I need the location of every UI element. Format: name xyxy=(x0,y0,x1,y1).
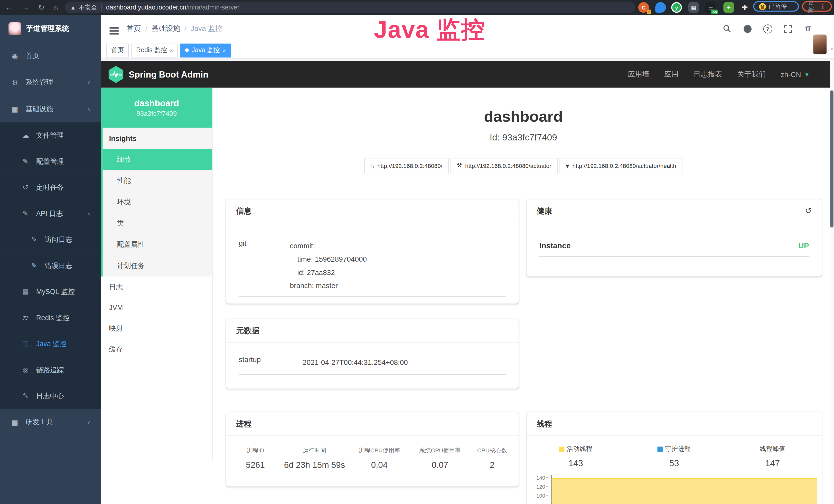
url-host: dashboard.yudao.iocoder.cn xyxy=(106,4,186,11)
close-icon[interactable]: × xyxy=(222,47,226,53)
sidebar-item-dev-tools[interactable]: ▦ 研发工具 ∨ xyxy=(0,409,101,435)
address-bar[interactable]: ▲ 不安全 dashboard.yudao.iocoder.cn/infra/a… xyxy=(65,2,635,13)
scrollbar-track[interactable] xyxy=(830,61,834,504)
help-icon[interactable]: ? xyxy=(763,24,772,33)
header-actions: ? tT xyxy=(722,15,813,43)
sidebar-item-log-center[interactable]: ✎ 日志中心 xyxy=(0,383,101,409)
tab-java-monitor[interactable]: Java 监控 × xyxy=(180,43,231,57)
sba-menu-item-caches[interactable]: 缓存 xyxy=(101,339,212,360)
cloud-upload-icon: ☁ xyxy=(21,131,30,139)
log-icon: ✎ xyxy=(30,235,38,244)
tab-home[interactable]: 首页 xyxy=(106,43,129,57)
breadcrumb-separator: / xyxy=(145,25,147,32)
hamburger-icon[interactable] xyxy=(110,27,119,28)
chevron-up-icon: ∧ xyxy=(87,106,90,112)
sba-menu-item-mappings[interactable]: 映射 xyxy=(101,318,212,339)
font-size-icon[interactable]: tT xyxy=(803,24,813,33)
info-card-title: 信息 xyxy=(236,206,251,216)
on-badge: on xyxy=(711,9,718,15)
info-row-label: git xyxy=(239,239,290,293)
sba-menu-item-config-props[interactable]: 配置属性 xyxy=(103,234,213,255)
sba-locale-select[interactable]: zh-CN ▼ xyxy=(781,70,810,78)
sba-menu-item-scheduled-tasks[interactable]: 计划任务 xyxy=(103,255,213,276)
sba-menu-item-logs[interactable]: 日志 xyxy=(101,276,212,297)
home-icon: ⌂ xyxy=(371,162,374,169)
chrome-update-button[interactable]: 更新 ⋮ xyxy=(802,1,832,12)
extension-leaf-icon[interactable]: ✦ xyxy=(723,2,734,13)
sba-nav-journal[interactable]: 日志报表 xyxy=(694,70,722,79)
back-icon[interactable]: ← xyxy=(5,3,13,12)
process-table: 进程ID5261 运行时间6d 23h 15m 59s 进程CPU使用率0.04… xyxy=(226,446,519,470)
sidebar-item-java-monitor[interactable]: ▥ Java 监控 xyxy=(0,331,101,357)
sba-menu-item-jvm[interactable]: JVM xyxy=(101,297,212,318)
sba-nav-about[interactable]: 关于我们 xyxy=(737,70,766,79)
chevron-down-icon: ∨ xyxy=(87,419,90,425)
sidebar-item-scheduled-tasks[interactable]: ↺ 定时任务 xyxy=(0,174,101,200)
daemon-threads-value: 53 xyxy=(670,458,679,468)
scrollbar-thumb[interactable] xyxy=(830,90,833,228)
sidebar-item-tracing[interactable]: ◎ 链路追踪 xyxy=(0,357,101,383)
java-monitor-icon: ▥ xyxy=(21,340,30,348)
gap-strip xyxy=(101,59,834,61)
health-url-button[interactable]: ♥ http://192.168.0.2:48080/actuator/heal… xyxy=(559,158,683,173)
sidebar-item-home[interactable]: ◉ 首页 xyxy=(0,43,101,69)
sidebar-item-api-log[interactable]: ✎ API 日志 ∧ xyxy=(0,201,101,226)
process-card: 进程 进程ID5261 运行时间6d 23h 15m 59s 进程CPU使用率0… xyxy=(226,412,519,486)
app-logo[interactable]: 芋道管理系统 xyxy=(0,15,101,43)
sidebar-item-config-manage[interactable]: ✎ 配置管理 xyxy=(0,148,101,174)
extension-y-icon[interactable]: y xyxy=(671,2,682,13)
sidebar-item-infrastructure[interactable]: ▣ 基础设施 ∧ xyxy=(0,96,101,122)
close-icon[interactable]: × xyxy=(170,47,173,53)
fullscreen-icon[interactable] xyxy=(783,24,792,33)
forward-icon[interactable]: → xyxy=(22,3,29,12)
paused-label: 已暂停 xyxy=(768,2,787,10)
sba-menu-item-metrics[interactable]: 性能 xyxy=(103,170,213,191)
breadcrumb-home[interactable]: 首页 xyxy=(127,24,141,33)
user-avatar[interactable] xyxy=(813,35,827,54)
security-label[interactable]: 不安全 xyxy=(79,3,97,11)
sba-instance-header[interactable]: dashboard 93a3fc7f7409 xyxy=(101,88,212,128)
sidebar-item-error-log[interactable]: ✎ 错误日志 xyxy=(0,253,101,279)
actuator-url-button[interactable]: ⚒ http://192.168.0.2:48080/actuator xyxy=(450,158,557,173)
sba-menu-item-environment[interactable]: 环境 xyxy=(103,191,213,212)
endpoint-buttons: ⌂ http://192.168.0.2:48080/ ⚒ http://192… xyxy=(213,158,834,173)
extension-pin-icon[interactable] xyxy=(655,2,666,13)
sba-nav-wallboard[interactable]: 应用墙 xyxy=(628,70,649,79)
reload-icon[interactable]: ↻ xyxy=(38,3,44,12)
sba-menu-item-classes[interactable]: 类 xyxy=(103,212,213,234)
edit-icon: ✎ xyxy=(21,157,30,165)
sidebar-item-system[interactable]: ⚙ 系统管理 ∨ xyxy=(0,69,101,96)
info-row-value: commit: time: 1596289704000 id: 27aa832 … xyxy=(290,239,506,293)
sba-menu-item-details[interactable]: 细节 xyxy=(103,149,213,170)
github-icon[interactable] xyxy=(743,24,752,33)
wrench-icon: ⚒ xyxy=(457,162,462,169)
sba-menu-insights[interactable]: Insights xyxy=(103,128,213,149)
puzzle-extensions-icon[interactable]: ✚ xyxy=(739,2,750,13)
sba-brand[interactable]: Spring Boot Admin xyxy=(108,66,208,83)
process-card-title: 进程 xyxy=(236,419,251,429)
history-icon[interactable]: ↺ xyxy=(805,206,812,216)
sidebar-item-mysql-monitor[interactable]: ▤ MySQL 监控 xyxy=(0,279,101,304)
extension-list-icon[interactable]: ☰on xyxy=(705,2,716,13)
active-threads-swatch xyxy=(559,446,565,452)
search-icon[interactable] xyxy=(722,24,732,33)
extension-icon-c[interactable]: C1 xyxy=(638,2,649,13)
sidebar-item-access-log[interactable]: ✎ 访问日志 xyxy=(0,226,101,252)
service-url-button[interactable]: ⌂ http://192.168.0.2:48080/ xyxy=(364,158,449,173)
sba-nav-links: 应用墙 应用 日志报表 关于我们 zh-CN ▼ xyxy=(628,70,810,79)
browser-menu-icon[interactable]: ⋮ xyxy=(820,3,826,10)
sidebar-item-redis-monitor[interactable]: ≋ Redis 监控 xyxy=(0,305,101,331)
warning-icon: ▲ xyxy=(70,4,76,11)
sba-instance-menu: dashboard 93a3fc7f7409 Insights 细节 性能 环境… xyxy=(101,88,213,462)
home-icon[interactable]: ⌂ xyxy=(54,3,58,12)
sba-nav-applications[interactable]: 应用 xyxy=(664,70,679,79)
profile-paused-chip[interactable]: 已暂停 xyxy=(753,1,799,12)
extension-grid-icon[interactable]: ▦ xyxy=(688,2,699,13)
tab-redis-monitor[interactable]: Redis 监控 × xyxy=(131,43,178,57)
schedule-icon: ↺ xyxy=(21,183,30,191)
mysql-icon: ▤ xyxy=(21,288,30,296)
main-column: 首页 / 基础设施 / Java 监控 ? tT ▾ xyxy=(101,15,834,504)
page-subtitle: Id: 93a3fc7f7409 xyxy=(213,133,834,143)
breadcrumb-infrastructure[interactable]: 基础设施 xyxy=(152,24,180,33)
sidebar-item-file-manage[interactable]: ☁ 文件管理 xyxy=(0,122,101,148)
